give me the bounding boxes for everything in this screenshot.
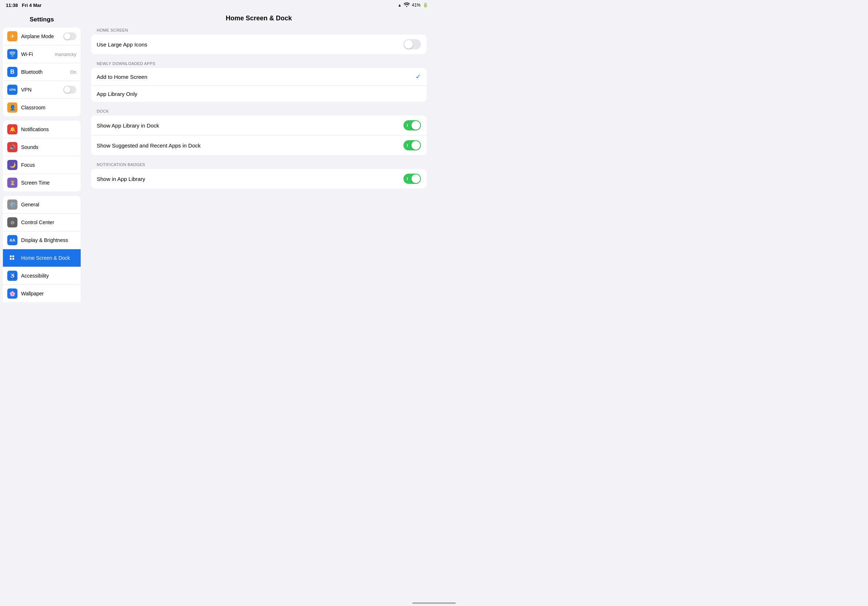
sidebar-title: Settings xyxy=(0,13,84,28)
sidebar-item-bluetooth[interactable]: B Bluetooth On xyxy=(3,63,81,81)
settings-group-dock: Show App Library in Dock I Show Suggeste… xyxy=(91,116,427,155)
add-to-home-checkmark: ✓ xyxy=(415,73,421,80)
status-time: 11:38 xyxy=(6,3,18,8)
controlcenter-label: Control Center xyxy=(21,220,76,225)
sidebar-group-system2: ⚙️ General ⊙ Control Center AA Display &… xyxy=(3,196,81,303)
bluetooth-label: Bluetooth xyxy=(21,69,70,75)
sidebar-item-classroom[interactable]: 👤 Classroom xyxy=(3,99,81,116)
app-library-only-label: App Library Only xyxy=(97,91,421,97)
section-header-dock: DOCK xyxy=(91,109,427,116)
bluetooth-value: On xyxy=(70,70,76,75)
accessibility-icon: ♿ xyxy=(7,271,17,281)
wallpaper-icon: 🌸 xyxy=(7,289,17,298)
notifications-icon: 🔔 xyxy=(7,124,17,134)
accessibility-label: Accessibility xyxy=(21,273,76,279)
settings-row-large-app-icons[interactable]: Use Large App Icons xyxy=(91,34,427,54)
sounds-label: Sounds xyxy=(21,144,76,150)
vpn-label: VPN xyxy=(21,87,63,93)
focus-icon: 🌙 xyxy=(7,160,17,170)
main-layout: Settings ✈ Airplane Mode Wi-Fi mana xyxy=(0,10,434,303)
show-app-library-label: Show App Library in Dock xyxy=(97,122,403,128)
battery-icon: 🔋 xyxy=(423,3,428,8)
airplane-mode-label: Airplane Mode xyxy=(21,33,63,39)
sidebar-item-sounds[interactable]: 🔊 Sounds xyxy=(3,138,81,156)
section-header-newly-downloaded: NEWLY DOWNLOADED APPS xyxy=(91,62,427,68)
sidebar-item-controlcenter[interactable]: ⊙ Control Center xyxy=(3,213,81,232)
settings-row-show-in-app-library[interactable]: Show in App Library I xyxy=(91,169,427,189)
sidebar-group-network: ✈ Airplane Mode Wi-Fi manaricky B xyxy=(3,28,81,116)
vpn-toggle[interactable] xyxy=(63,86,76,94)
controlcenter-icon: ⊙ xyxy=(7,217,17,227)
classroom-icon: 👤 xyxy=(7,102,17,113)
wifi-icon-sidebar xyxy=(7,49,17,59)
status-time-date: 11:38 Fri 4 Mar xyxy=(6,3,42,8)
right-panel-title: Home Screen & Dock xyxy=(91,10,427,28)
sidebar-item-accessibility[interactable]: ♿ Accessibility xyxy=(3,267,81,285)
sidebar: Settings ✈ Airplane Mode Wi-Fi mana xyxy=(0,10,84,303)
right-panel: Home Screen & Dock HOME SCREEN Use Large… xyxy=(84,10,434,303)
large-app-icons-toggle[interactable] xyxy=(403,39,421,49)
show-suggested-toggle[interactable]: I xyxy=(403,140,421,150)
general-icon: ⚙️ xyxy=(7,199,17,210)
settings-row-show-app-library[interactable]: Show App Library in Dock I xyxy=(91,116,427,136)
settings-group-notification-badges: Show in App Library I xyxy=(91,169,427,189)
wallpaper-label: Wallpaper xyxy=(21,291,76,297)
sidebar-item-siri[interactable]: ◉ Siri & Search xyxy=(3,303,81,303)
settings-group-home-screen: Use Large App Icons xyxy=(91,34,427,54)
large-app-icons-label: Use Large App Icons xyxy=(97,42,403,48)
section-header-home-screen: HOME SCREEN xyxy=(91,28,427,34)
show-app-library-toggle[interactable]: I xyxy=(403,120,421,130)
display-icon: AA xyxy=(7,235,17,245)
sidebar-item-homescreen[interactable]: Home Screen & Dock xyxy=(3,249,81,267)
settings-row-app-library-only[interactable]: App Library Only xyxy=(91,86,427,102)
sidebar-item-notifications[interactable]: 🔔 Notifications xyxy=(3,121,81,138)
show-suggested-label: Show Suggested and Recent Apps in Dock xyxy=(97,142,403,148)
svg-rect-4 xyxy=(12,258,14,260)
sidebar-item-wifi[interactable]: Wi-Fi manaricky xyxy=(3,45,81,63)
svg-rect-2 xyxy=(12,255,14,257)
notifications-label: Notifications xyxy=(21,127,76,132)
sounds-icon: 🔊 xyxy=(7,142,17,152)
sidebar-item-screentime[interactable]: ⏳ Screen Time xyxy=(3,174,81,192)
screentime-icon: ⏳ xyxy=(7,178,17,188)
sidebar-item-general[interactable]: ⚙️ General xyxy=(3,196,81,213)
location-icon: ▲ xyxy=(398,3,401,7)
svg-rect-1 xyxy=(10,255,12,257)
vpn-icon: VPN xyxy=(7,85,17,95)
settings-row-show-suggested[interactable]: Show Suggested and Recent Apps in Dock I xyxy=(91,136,427,155)
sidebar-item-vpn[interactable]: VPN VPN xyxy=(3,81,81,99)
general-label: General xyxy=(21,202,76,207)
screentime-label: Screen Time xyxy=(21,180,76,186)
sidebar-item-display[interactable]: AA Display & Brightness xyxy=(3,232,81,249)
section-header-notification-badges: NOTIFICATION BADGES xyxy=(91,162,427,169)
status-bar: 11:38 Fri 4 Mar ▲ 41% 🔋 xyxy=(0,0,434,10)
airplane-mode-icon: ✈ xyxy=(7,31,17,42)
sidebar-item-focus[interactable]: 🌙 Focus xyxy=(3,156,81,174)
settings-group-newly-downloaded: Add to Home Screen ✓ App Library Only xyxy=(91,68,427,102)
wifi-value: manaricky xyxy=(55,52,76,57)
wifi-label: Wi-Fi xyxy=(21,51,55,57)
status-indicators: ▲ 41% 🔋 xyxy=(398,3,428,8)
show-in-app-library-toggle[interactable]: I xyxy=(403,174,421,184)
svg-point-0 xyxy=(12,56,13,57)
svg-rect-3 xyxy=(10,258,12,260)
homescreen-icon xyxy=(7,253,17,263)
battery-text: 41% xyxy=(412,3,420,8)
homescreen-label: Home Screen & Dock xyxy=(21,255,76,261)
add-to-home-label: Add to Home Screen xyxy=(97,74,415,80)
status-date: Fri 4 Mar xyxy=(22,3,42,8)
settings-row-add-to-home[interactable]: Add to Home Screen ✓ xyxy=(91,68,427,86)
sidebar-item-wallpaper[interactable]: 🌸 Wallpaper xyxy=(3,285,81,303)
sidebar-group-system1: 🔔 Notifications 🔊 Sounds 🌙 Focus ⏳ Scree… xyxy=(3,121,81,192)
display-label: Display & Brightness xyxy=(21,237,76,243)
airplane-mode-toggle[interactable] xyxy=(63,32,76,40)
wifi-icon xyxy=(404,3,410,8)
show-in-app-library-label: Show in App Library xyxy=(97,176,403,182)
focus-label: Focus xyxy=(21,162,76,168)
sidebar-item-airplane-mode[interactable]: ✈ Airplane Mode xyxy=(3,28,81,45)
bluetooth-icon: B xyxy=(7,67,17,77)
classroom-label: Classroom xyxy=(21,105,76,110)
